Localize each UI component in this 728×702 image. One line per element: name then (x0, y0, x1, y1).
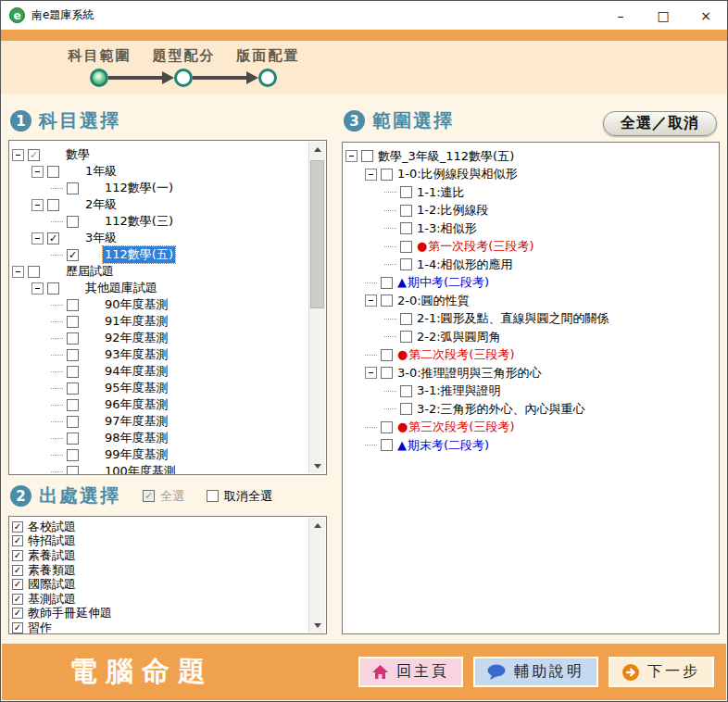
list-item[interactable]: 基測試題 (12, 592, 326, 607)
tree-checkbox[interactable] (381, 439, 393, 451)
tree-item[interactable]: 94年度基測 (12, 363, 326, 380)
tree-item[interactable]: 112數學(一) (12, 180, 326, 196)
collapse-icon[interactable] (31, 282, 44, 295)
tree-label[interactable]: 112數學(三) (103, 213, 175, 230)
tree-label[interactable]: 2-0:圓的性質 (395, 293, 471, 309)
tree-label[interactable]: 90年度基測 (103, 296, 170, 313)
range-tree[interactable]: 數學_3年級_112數學(五)1-0:比例線段與相似形1-1:連比1-2:比例線… (343, 143, 719, 633)
tree-item[interactable]: ●第三次段考(三段考) (345, 419, 719, 437)
tree-label[interactable]: 1年級 (83, 163, 119, 180)
select-all-toggle-button[interactable]: 全選／取消 (603, 111, 717, 136)
tree-label[interactable]: ●第三次段考(三段考) (395, 419, 517, 435)
tree-checkbox[interactable] (67, 182, 79, 194)
tree-item[interactable]: 93年度基測 (12, 346, 326, 363)
tree-item[interactable]: 1-1:連比 (345, 183, 719, 202)
tree-item[interactable]: 3-0:推理證明與三角形的心 (345, 364, 719, 382)
source-checkbox[interactable] (12, 521, 23, 533)
tree-checkbox[interactable] (47, 166, 59, 178)
help-button[interactable]: 輔助說明 (473, 657, 598, 687)
tree-checkbox[interactable] (47, 199, 59, 211)
tree-label[interactable]: 112數學(五) (103, 246, 175, 263)
tree-checkbox[interactable] (361, 150, 373, 162)
list-item[interactable]: 素養類題 (12, 563, 326, 578)
tree-label[interactable]: 92年度基測 (103, 330, 170, 346)
tree-item[interactable]: 1-4:相似形的應用 (345, 256, 719, 274)
tree-checkbox[interactable] (67, 366, 79, 378)
tree-checkbox[interactable] (400, 205, 412, 217)
source-checkbox[interactable] (12, 622, 23, 633)
tree-label[interactable]: 1-2:比例線段 (415, 202, 491, 219)
tree-item[interactable]: 99年度基測 (12, 446, 326, 463)
tree-item[interactable]: 2-2:弧與圓周角 (345, 328, 719, 346)
tree-checkbox[interactable] (381, 367, 393, 379)
tree-item[interactable]: 97年度基測 (12, 413, 326, 430)
list-item[interactable]: 各校試題 (12, 520, 326, 534)
select-all-option[interactable]: 全選 (143, 488, 184, 505)
minimize-button[interactable]: – (599, 1, 642, 30)
tree-label[interactable]: 99年度基測 (103, 446, 170, 463)
close-button[interactable]: × (684, 1, 727, 30)
list-item[interactable]: 習作 (12, 621, 326, 634)
source-checkbox[interactable] (12, 579, 23, 590)
tree-checkbox[interactable] (28, 149, 40, 161)
collapse-icon[interactable] (12, 149, 24, 161)
select-all-checkbox[interactable] (143, 490, 155, 502)
tree-item[interactable]: ▲期中考(二段考) (345, 274, 719, 293)
tree-label[interactable]: ●第一次段考(三段考) (415, 238, 536, 255)
collapse-icon[interactable] (12, 266, 24, 278)
tree-item[interactable]: 2-1:圓形及點、直線與圓之間的關係 (345, 310, 719, 329)
tree-item[interactable]: 2-0:圓的性質 (345, 292, 719, 310)
tree-label[interactable]: 2年級 (83, 196, 119, 213)
tree-checkbox[interactable] (67, 216, 79, 228)
tree-label[interactable]: 2-1:圓形及點、直線與圓之間的關係 (415, 310, 611, 327)
tree-item[interactable]: ●第二次段考(三段考) (345, 346, 719, 365)
maximize-button[interactable]: □ (642, 1, 684, 30)
tree-label[interactable]: 100年度基測 (103, 463, 178, 475)
collapse-icon[interactable] (31, 232, 44, 244)
tree-item[interactable]: 3-2:三角形的外心、內心與重心 (345, 400, 719, 419)
sources-scrollbar[interactable] (308, 518, 325, 633)
tree-label[interactable]: 94年度基測 (103, 363, 170, 380)
tree-label[interactable]: ▲期末考(二段考) (395, 437, 491, 454)
deselect-all-checkbox[interactable] (207, 490, 219, 502)
tree-item[interactable]: 95年度基測 (12, 380, 326, 396)
tree-checkbox[interactable] (67, 382, 79, 395)
tree-checkbox[interactable] (28, 266, 40, 278)
scroll-up-icon[interactable] (309, 518, 325, 533)
tree-checkbox[interactable] (381, 421, 393, 433)
source-checkbox[interactable] (12, 535, 23, 546)
source-checkbox[interactable] (12, 565, 23, 576)
tree-item[interactable]: 2年級 (12, 196, 326, 213)
tree-item[interactable]: 數學_3年級_112數學(五) (345, 147, 719, 166)
subject-tree[interactable]: 數學1年級112數學(一)2年級112數學(三)3年級112數學(五)歷屆試題其… (9, 141, 326, 474)
tree-checkbox[interactable] (67, 349, 79, 361)
scroll-down-icon[interactable] (309, 618, 325, 633)
tree-item[interactable]: 92年度基測 (12, 330, 326, 346)
tree-label[interactable]: 歷屆試題 (64, 263, 116, 280)
tree-checkbox[interactable] (400, 258, 412, 270)
list-item[interactable]: 教師手冊延伸題 (12, 607, 326, 621)
deselect-all-option[interactable]: 取消全選 (207, 488, 272, 505)
tree-item[interactable]: 數學 (12, 146, 326, 163)
tree-label[interactable]: 2-2:弧與圓周角 (415, 329, 503, 345)
collapse-icon[interactable] (365, 295, 377, 307)
next-step-button[interactable]: 下一步 (609, 657, 714, 687)
tree-item[interactable]: ▲期末考(二段考) (345, 436, 719, 455)
tree-checkbox[interactable] (67, 432, 79, 445)
collapse-icon[interactable] (31, 166, 44, 178)
tree-checkbox[interactable] (400, 241, 412, 253)
tree-checkbox[interactable] (67, 332, 79, 345)
tree-checkbox[interactable] (67, 299, 79, 311)
tree-checkbox[interactable] (400, 313, 412, 325)
tree-label[interactable]: ●第二次段考(三段考) (395, 346, 517, 363)
tree-checkbox[interactable] (400, 403, 412, 415)
tree-label[interactable]: 112數學(一) (103, 180, 175, 196)
tree-label[interactable]: 3年級 (83, 230, 119, 246)
tree-label[interactable]: 其他題庫試題 (83, 280, 159, 296)
tree-checkbox[interactable] (67, 416, 79, 428)
list-item[interactable]: 國際試題 (12, 577, 326, 592)
tree-checkbox[interactable] (381, 169, 393, 181)
tree-checkbox[interactable] (381, 295, 393, 307)
tree-checkbox[interactable] (67, 249, 79, 261)
tree-checkbox[interactable] (381, 277, 393, 289)
